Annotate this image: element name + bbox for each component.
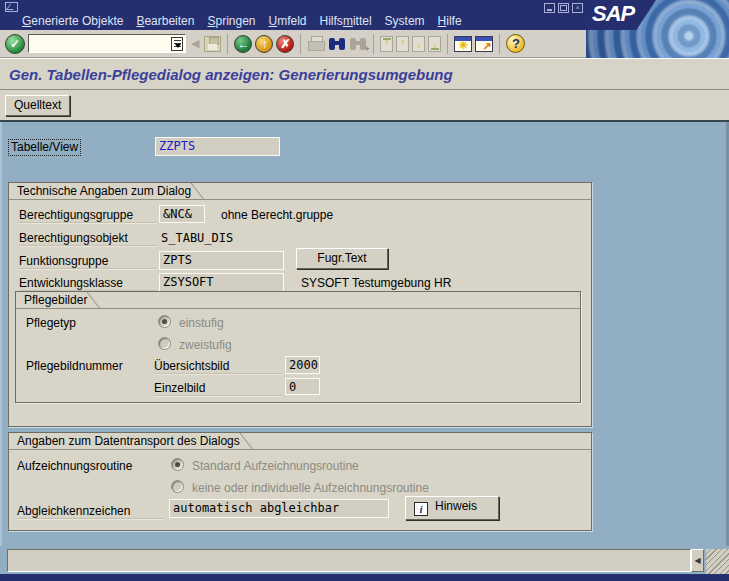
group-pflegebilder: Pflegebilder Pflegetyp einstufig zweistu… <box>15 291 581 403</box>
sap-logo: SAP <box>586 0 656 30</box>
group-technische-angaben: Technische Angaben zum Dialog Berechtigu… <box>8 182 592 427</box>
menu-bar: Generierte Objekte Bearbeiten Springen U… <box>22 13 462 28</box>
find-icon[interactable] <box>328 36 346 52</box>
sap-gui-window: × Generierte Objekte Bearbeiten Springen… <box>0 0 729 581</box>
tabelle-view-field[interactable]: ZZPTS <box>155 137 280 156</box>
entwicklungsklasse-label: Entwicklungsklasse <box>19 276 157 291</box>
menu-generierte-objekte[interactable]: Generierte Objekte <box>22 14 123 28</box>
cancel-icon[interactable]: ✗ <box>276 35 294 53</box>
group-technische-angaben-title: Technische Angaben zum Dialog <box>9 184 195 199</box>
print-icon[interactable] <box>307 36 325 51</box>
maximize-button[interactable] <box>558 3 569 13</box>
menu-springen[interactable]: Springen <box>207 14 255 28</box>
create-shortcut-icon[interactable]: ↗ <box>475 36 493 52</box>
branding-ripple-image: SAP <box>586 0 729 58</box>
tabelle-view-label[interactable]: Tabelle/View <box>8 139 81 156</box>
entwicklungsklasse-description: SYSOFT Testumgebung HR <box>301 276 451 290</box>
toolbar-separator <box>499 34 500 54</box>
keine-aufzeichnungsroutine-radio[interactable] <box>171 480 184 493</box>
einstufig-radio[interactable] <box>158 315 171 328</box>
berechtigungsgruppe-field[interactable]: &NC& <box>159 205 205 223</box>
entwicklungsklasse-field[interactable]: ZSYSOFT <box>159 273 284 292</box>
dynpro-area: Tabelle/View ZZPTS Technische Angaben zu… <box>0 120 729 546</box>
abgleichkennzeichen-label: Abgleichkennzeichen <box>17 504 165 519</box>
einzelbild-label: Einzelbild <box>154 381 282 396</box>
group-datentransport-title: Angaben zum Datentransport des Dialogs <box>9 434 244 449</box>
close-button[interactable]: × <box>572 3 583 13</box>
aufzeichnungsroutine-label: Aufzeichnungsroutine <box>17 459 132 473</box>
menu-umfeld[interactable]: Umfeld <box>269 14 307 28</box>
application-toolbar: Quelltext <box>0 90 729 120</box>
minimize-button[interactable] <box>544 3 555 13</box>
find-next-icon[interactable]: + <box>349 36 367 52</box>
system-menu-icon[interactable] <box>5 2 18 12</box>
pflegebildnummer-label: Pflegebildnummer <box>26 359 123 373</box>
status-message-field[interactable] <box>7 549 691 572</box>
menu-hilfe[interactable]: Hilfe <box>438 14 462 28</box>
berechtigungsobjekt-value: S_TABU_DIS <box>161 231 233 245</box>
einzelbild-field[interactable]: 0 <box>285 378 320 395</box>
status-collapse-icon[interactable]: ◀ <box>691 549 704 572</box>
uebersichtsbild-field[interactable]: 2000 <box>285 356 320 374</box>
zweistufig-radio[interactable] <box>158 337 171 350</box>
toolbar-separator <box>227 34 228 54</box>
menu-system[interactable]: System <box>385 14 425 28</box>
previous-page-icon[interactable]: ↑ <box>396 36 409 52</box>
menu-hilfsmittel[interactable]: Hilfsmittel <box>320 14 372 28</box>
standard-aufzeichnungsroutine-label: Standard Aufzeichnungsroutine <box>192 459 359 473</box>
keine-aufzeichnungsroutine-label: keine oder individuelle Aufzeichnungsrou… <box>192 481 429 495</box>
info-icon: i <box>414 502 428 516</box>
command-input[interactable] <box>31 37 171 51</box>
screen-title-bar: Gen. Tabellen-Pflegedialog anzeigen: Gen… <box>0 58 729 90</box>
group-datentransport-header: Angaben zum Datentransport des Dialogs <box>9 433 591 450</box>
window-bottom-border <box>0 574 729 581</box>
group-pflegebilder-header: Pflegebilder <box>16 292 580 309</box>
save-icon[interactable] <box>204 36 221 52</box>
exit-icon[interactable]: ↑ <box>255 35 273 53</box>
pflegetyp-label: Pflegetyp <box>26 316 76 330</box>
uebersichtsbild-label: Übersichtsbild <box>154 359 282 374</box>
hinweis-button-label: Hinweis <box>435 499 477 513</box>
window-controls: × <box>544 3 583 13</box>
status-bar: ◀ <box>0 546 729 574</box>
screen-title: Gen. Tabellen-Pflegedialog anzeigen: Gen… <box>9 66 453 83</box>
berechtigungsgruppe-label: Berechtigungsgruppe <box>19 208 157 223</box>
zweistufig-label: zweistufig <box>179 338 232 352</box>
help-icon[interactable]: ? <box>506 34 525 53</box>
quelltext-button[interactable]: Quelltext <box>5 95 70 116</box>
toolbar-separator <box>447 34 448 54</box>
berechtigungsobjekt-label: Berechtigungsobjekt <box>19 231 157 246</box>
command-field[interactable] <box>28 34 186 53</box>
menu-bearbeiten[interactable]: Bearbeiten <box>136 14 194 28</box>
last-page-icon[interactable]: ↓ <box>428 36 441 52</box>
funktionsgruppe-label: Funktionsgruppe <box>19 254 157 269</box>
command-history-icon[interactable] <box>171 37 183 51</box>
first-page-icon[interactable]: ↑ <box>380 36 393 52</box>
fugr-text-button[interactable]: Fugr.Text <box>296 248 388 269</box>
group-technische-angaben-header: Technische Angaben zum Dialog <box>9 183 591 200</box>
resize-grip[interactable] <box>706 549 729 574</box>
standard-aufzeichnungsroutine-radio[interactable] <box>171 458 184 471</box>
einstufig-label: einstufig <box>179 316 224 330</box>
funktionsgruppe-field[interactable]: ZPTS <box>159 251 284 270</box>
abgleichkennzeichen-field[interactable]: automatisch abgleichbar <box>169 499 389 518</box>
enter-icon[interactable]: ✓ <box>5 34 25 54</box>
berechtigungsgruppe-description: ohne Berecht.gruppe <box>221 208 333 222</box>
group-datentransport: Angaben zum Datentransport des Dialogs A… <box>8 432 592 531</box>
toolbar-separator <box>300 34 301 54</box>
next-page-icon[interactable]: ↓ <box>412 36 425 52</box>
collapse-command-icon[interactable]: ◀ <box>191 37 199 50</box>
new-session-icon[interactable]: ✳ <box>454 36 472 52</box>
hinweis-button[interactable]: iHinweis <box>405 496 499 520</box>
standard-toolbar: ✓ ◀ ← ↑ ✗ + ↑ ↑ ↓ ↓ ✳ ↗ ? <box>0 28 586 58</box>
toolbar-separator <box>373 34 374 54</box>
back-icon[interactable]: ← <box>234 35 252 53</box>
